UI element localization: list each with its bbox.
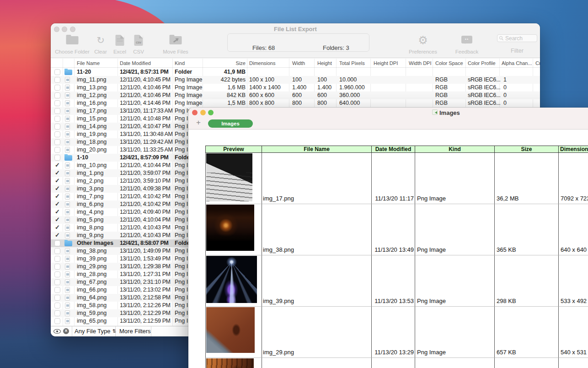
column-header[interactable]: Total Pixels [339,60,365,66]
checkbox-checked[interactable]: ✓ [55,177,60,184]
export-kind: Png Image [417,246,446,253]
checkbox[interactable] [54,116,60,122]
checkbox[interactable] [54,248,60,254]
checkbox[interactable] [54,100,60,106]
csv-button[interactable]: CSV CSV [128,34,149,54]
close-button[interactable] [54,27,59,32]
date-modified: 12/11/20, 3:59:10 PM [120,178,171,184]
checkbox[interactable] [54,92,60,98]
checkbox[interactable] [54,139,60,145]
kind: Png Image [175,76,202,83]
file-row[interactable]: img_16.png12/11/20, 4:14:46 PMPng Image1… [51,99,540,107]
alpha-channel: 0 [503,100,507,106]
choose-folder-label: Choose Folder [53,49,92,54]
column-header[interactable]: Dimensions [249,60,275,66]
column-header[interactable]: Cr [535,60,540,66]
checkbox[interactable] [54,108,60,114]
clear-button[interactable]: ↻ Clear [89,34,112,54]
dimensions: 600 x 600 [249,92,274,98]
file-name: img_13.png [77,84,107,91]
checkbox-checked[interactable]: ✓ [55,232,60,238]
export-preview-window: Images + Images PreviewFile NameDate Mod… [188,108,588,368]
table-header[interactable]: File NameDate ModifiedKindSizeDimensions… [51,59,540,68]
search-icon [499,36,502,39]
export-dimensions-cell: 533 x 492 [559,255,588,307]
zoom-button-front[interactable] [208,110,214,115]
file-name: img_28.png [77,271,107,277]
column-header[interactable]: Kind [175,60,185,66]
column-header[interactable]: Alpha Chan... [502,60,532,66]
file-row[interactable]: img_12.png12/11/20, 4:10:46 PMPng Image8… [51,92,540,99]
file-name: img_12.png [77,92,107,98]
move-files-button[interactable]: Move Files [160,34,192,54]
checkbox-checked[interactable]: ✓ [55,208,60,215]
checkbox[interactable] [54,240,60,246]
export-file-name: img_17.png [263,195,294,202]
checkbox-checked[interactable]: ✓ [55,224,60,231]
excel-button[interactable]: Excel [109,34,130,54]
checkbox-checked[interactable]: ✓ [55,162,60,168]
checkbox[interactable] [54,279,60,285]
file-row[interactable]: 11-2012/4/21, 8:57:31 PMFolder41,9 MB [51,68,540,76]
column-header[interactable]: Color Profile [468,60,496,66]
file-row[interactable]: img_11.png12/11/20, 4:10:45 PMPng Image4… [51,76,540,84]
checkbox[interactable] [54,131,60,137]
add-tab-button[interactable]: + [194,119,203,127]
file-row[interactable]: img_13.png12/11/20, 4:10:46 PMPng Image1… [51,84,540,92]
excel-label: Excel [109,49,130,54]
width: 600 [292,92,302,98]
checkbox[interactable] [54,287,60,293]
checkbox-checked[interactable]: ✓ [55,185,60,192]
file-type-dropdown[interactable]: Any File Type [75,328,111,335]
checkbox[interactable] [54,295,60,301]
checkbox-checked[interactable]: ✓ [55,169,60,176]
column-header[interactable]: Color Space [435,60,463,66]
checkbox[interactable] [54,77,60,83]
file-icon [65,310,70,316]
export-dimensions-cell: 7092 x 7238 [559,153,588,204]
export-kind: Png Image [417,349,446,356]
column-header[interactable]: Height DPI [374,60,398,66]
column-header[interactable]: Height [317,60,332,66]
checkbox-checked[interactable]: ✓ [55,216,60,223]
column-header[interactable]: File Name [77,60,100,66]
file-name: img_39.png [77,255,107,262]
checkbox[interactable] [54,271,60,277]
column-header[interactable]: Size [236,60,246,66]
file-icon [65,162,70,168]
minimize-button-front[interactable] [200,110,206,115]
column-header[interactable]: Date Modified [120,60,151,66]
column-header[interactable]: Width [292,60,305,66]
minimize-button[interactable] [62,27,67,32]
choose-folder-button[interactable]: Choose Folder [53,34,92,54]
feedback-label: Feedback [452,49,481,54]
checkbox-checked[interactable]: ✓ [55,200,60,207]
checkbox[interactable] [54,264,60,270]
checkbox[interactable] [54,303,60,308]
column-header[interactable]: Width DPI [409,60,432,66]
tab-images[interactable]: Images [208,119,253,128]
close-button-front[interactable] [192,110,198,115]
checkbox[interactable] [54,318,60,324]
checkbox[interactable] [54,310,60,316]
checkbox[interactable] [54,256,60,262]
export-dimensions: 7092 x 7238 [561,195,588,202]
zoom-button[interactable] [70,27,75,32]
checkbox[interactable] [54,155,60,161]
checkbox[interactable] [54,85,60,91]
checkbox[interactable] [54,69,60,75]
preferences-button[interactable]: ⚙ Preferences [405,34,441,54]
date-modified: 12/11/20, 3:59:07 PM [120,170,171,176]
file-name: 11-20 [77,69,91,75]
checkbox[interactable] [54,147,60,153]
checkbox-checked[interactable]: ✓ [55,193,60,200]
eye-icon[interactable] [53,329,61,334]
export-dimensions: 640 x 640 [561,246,587,253]
export-file-name: img_29.png [263,349,294,356]
feedback-button[interactable]: •• Feedback [452,34,481,54]
clear-filter-icon[interactable]: × [63,328,69,334]
checkbox[interactable] [54,124,60,130]
search-input[interactable]: Search [497,34,537,42]
preview-cell [205,255,262,307]
more-filters-button[interactable]: More Filters [119,328,151,335]
